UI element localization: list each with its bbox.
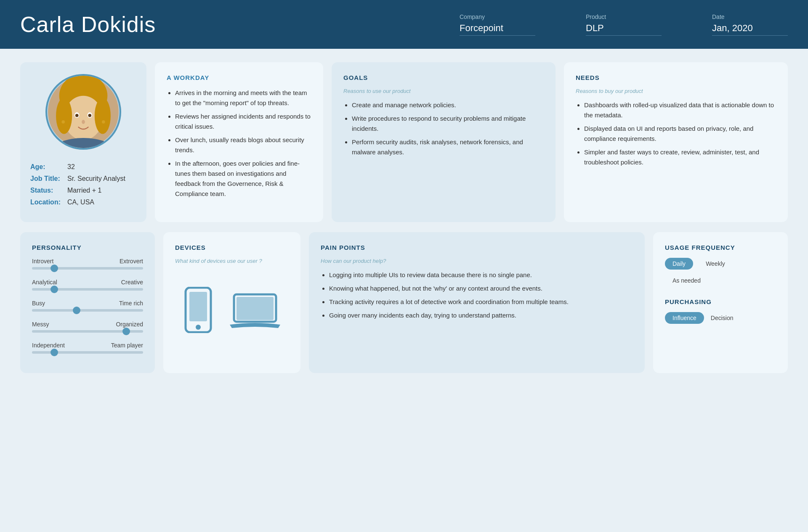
list-item: Logging into multiple UIs to review data… bbox=[329, 270, 633, 280]
slider-labels-3: Messy Organized bbox=[32, 321, 143, 328]
row-2: PERSONALITY Introvert Extrovert Analytic… bbox=[20, 232, 788, 373]
usage-option-daily[interactable]: Daily bbox=[665, 258, 693, 270]
devices-card: DEVICES What kind of devices use our use… bbox=[163, 232, 300, 373]
slider-right-4: Team player bbox=[111, 342, 143, 349]
slider-track-0[interactable] bbox=[32, 267, 143, 270]
page-title: Carla Dokidis bbox=[20, 12, 156, 37]
svg-point-6 bbox=[88, 114, 91, 117]
list-item: Displayed data on UI and reports based o… bbox=[584, 124, 776, 144]
slider-left-4: Independent bbox=[32, 342, 65, 349]
svg-point-16 bbox=[196, 325, 201, 330]
usage-option-weekly[interactable]: Weekly bbox=[698, 258, 733, 270]
job-value: Sr. Security Analyst bbox=[67, 175, 125, 183]
personality-card: PERSONALITY Introvert Extrovert Analytic… bbox=[20, 232, 155, 373]
slider-labels-0: Introvert Extrovert bbox=[32, 258, 143, 265]
date-meta: Date Jan, 2020 bbox=[712, 13, 788, 36]
age-value: 32 bbox=[67, 163, 75, 171]
personality-slider-0: Introvert Extrovert bbox=[32, 258, 143, 270]
pain-list: Logging into multiple UIs to review data… bbox=[321, 270, 633, 320]
needs-card: NEEDS Reasons to buy our product Dashboa… bbox=[564, 62, 788, 222]
date-value: Jan, 2020 bbox=[712, 23, 788, 36]
slider-track-2[interactable] bbox=[32, 309, 143, 312]
devices-title: DEVICES bbox=[175, 244, 289, 251]
usage-title: USAGE FREQUENCY bbox=[665, 244, 776, 251]
personality-title: PERSONALITY bbox=[32, 244, 143, 251]
location-label: Location: bbox=[30, 199, 64, 206]
pain-title: PAIN POINTS bbox=[321, 244, 633, 251]
list-item: Knowing what happened, but not the 'why'… bbox=[329, 283, 633, 294]
slider-left-0: Introvert bbox=[32, 258, 53, 265]
needs-title: NEEDS bbox=[576, 74, 776, 81]
header-meta: Company Forcepoint Product DLP Date Jan,… bbox=[460, 13, 788, 36]
slider-labels-4: Independent Team player bbox=[32, 342, 143, 349]
job-label: Job Title: bbox=[30, 175, 64, 183]
slider-labels-1: Analytical Creative bbox=[32, 279, 143, 286]
needs-subtitle: Reasons to buy our product bbox=[576, 88, 776, 94]
purchasing-option-decision[interactable]: Decision bbox=[707, 312, 737, 324]
profile-status-row: Status: Married + 1 bbox=[30, 187, 136, 194]
goals-card: GOALS Reasons to use our product Create … bbox=[332, 62, 556, 222]
slider-left-1: Analytical bbox=[32, 279, 57, 286]
pain-card: PAIN POINTS How can our product help? Lo… bbox=[309, 232, 645, 373]
mobile-icon bbox=[183, 287, 213, 333]
main-content: Age: 32 Job Title: Sr. Security Analyst … bbox=[0, 49, 808, 386]
svg-point-13 bbox=[102, 120, 105, 124]
workday-card: A WORKDAY Arrives in the morning and mee… bbox=[155, 62, 323, 222]
svg-point-7 bbox=[82, 120, 85, 124]
pain-subtitle: How can our product help? bbox=[321, 258, 633, 264]
personality-slider-1: Analytical Creative bbox=[32, 279, 143, 291]
svg-point-5 bbox=[75, 114, 79, 117]
profile-location-row: Location: CA, USA bbox=[30, 199, 136, 206]
list-item: Simpler and faster ways to create, revie… bbox=[584, 147, 776, 167]
personality-slider-3: Messy Organized bbox=[32, 321, 143, 333]
company-value: Forcepoint bbox=[460, 23, 535, 36]
company-meta: Company Forcepoint bbox=[460, 13, 535, 36]
profile-age-row: Age: 32 bbox=[30, 163, 136, 171]
slider-right-2: Time rich bbox=[119, 300, 143, 307]
list-item: Dashboards with rolled-up visualized dat… bbox=[584, 100, 776, 120]
date-label: Date bbox=[712, 13, 788, 20]
location-value: CA, USA bbox=[67, 199, 94, 206]
goals-list: Create and manage network policies.Write… bbox=[343, 100, 544, 157]
personality-slider-2: Busy Time rich bbox=[32, 300, 143, 312]
slider-thumb-2[interactable] bbox=[73, 307, 80, 314]
product-label: Product bbox=[586, 13, 662, 20]
profile-info: Age: 32 Job Title: Sr. Security Analyst … bbox=[30, 163, 136, 210]
row-1: Age: 32 Job Title: Sr. Security Analyst … bbox=[20, 62, 788, 222]
devices-subtitle: What kind of devices use our user ? bbox=[175, 258, 289, 264]
list-item: Perform security audits, risk analyses, … bbox=[352, 137, 544, 157]
svg-point-12 bbox=[61, 120, 65, 124]
slider-left-3: Messy bbox=[32, 321, 49, 328]
laptop-icon bbox=[230, 291, 280, 329]
list-item: Arrives in the morning and meets with th… bbox=[175, 88, 311, 108]
purchasing-options: InfluenceDecision bbox=[665, 312, 776, 324]
sliders-container: Introvert Extrovert Analytical Creative … bbox=[32, 258, 143, 354]
slider-thumb-1[interactable] bbox=[50, 286, 58, 293]
slider-right-0: Extrovert bbox=[120, 258, 143, 265]
slider-thumb-0[interactable] bbox=[50, 265, 58, 272]
status-label: Status: bbox=[30, 187, 64, 194]
list-item: Create and manage network policies. bbox=[352, 100, 544, 110]
usage-option-as-needed[interactable]: As needed bbox=[665, 275, 708, 286]
personality-slider-4: Independent Team player bbox=[32, 342, 143, 354]
product-meta: Product DLP bbox=[586, 13, 662, 36]
purchasing-section: PURCHASING InfluenceDecision bbox=[665, 298, 776, 324]
slider-track-1[interactable] bbox=[32, 288, 143, 291]
svg-point-8 bbox=[56, 98, 72, 134]
slider-left-2: Busy bbox=[32, 300, 45, 307]
usage-frequency-section: USAGE FREQUENCY DailyWeeklyAs needed bbox=[665, 244, 776, 286]
list-item: Reviews her assigned incidents and respo… bbox=[175, 111, 311, 132]
purchasing-option-influence[interactable]: Influence bbox=[665, 312, 704, 324]
company-label: Company bbox=[460, 13, 535, 20]
svg-rect-15 bbox=[189, 292, 207, 321]
product-value: DLP bbox=[586, 23, 662, 36]
profile-job-row: Job Title: Sr. Security Analyst bbox=[30, 175, 136, 183]
list-item: Tracking activity requires a lot of dete… bbox=[329, 297, 633, 307]
slider-thumb-3[interactable] bbox=[122, 328, 130, 335]
list-item: Over lunch, usually reads blogs about se… bbox=[175, 135, 311, 155]
slider-track-4[interactable] bbox=[32, 351, 143, 354]
slider-thumb-4[interactable] bbox=[50, 349, 58, 356]
slider-track-3[interactable] bbox=[32, 330, 143, 333]
list-item: Going over many incidents each day, tryi… bbox=[329, 310, 633, 320]
slider-labels-2: Busy Time rich bbox=[32, 300, 143, 307]
